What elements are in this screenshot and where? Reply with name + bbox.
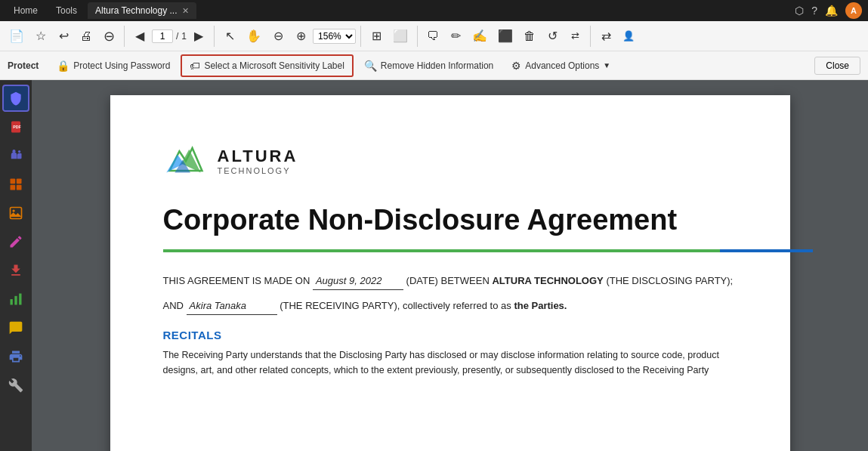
- sidebar-item-edit[interactable]: [2, 228, 29, 255]
- sidebar-item-chart[interactable]: [2, 286, 29, 313]
- new-doc-btn[interactable]: 📄: [5, 23, 29, 49]
- sidebar-item-tools[interactable]: [2, 372, 29, 399]
- svg-point-2: [18, 150, 20, 153]
- sidebar-item-comment[interactable]: [2, 314, 29, 341]
- protect-label: Protect: [8, 60, 39, 71]
- tab-home[interactable]: Home: [6, 2, 45, 19]
- agreement-date-label: (DATE) BETWEEN: [406, 275, 490, 286]
- remove-icon: 🔍: [364, 60, 377, 72]
- zoom-out-btn[interactable]: ⊖: [98, 23, 119, 49]
- share-btn[interactable]: 👤: [618, 23, 639, 49]
- remove-hidden-label: Remove Hidden Information: [381, 60, 493, 71]
- doc-area[interactable]: ALTURA TECHNOLOGY Corporate Non-Disclosu…: [32, 80, 868, 451]
- shield-icon: [8, 91, 23, 106]
- teams-icon: [8, 148, 23, 163]
- company-name: ALTURA: [218, 147, 298, 166]
- zoom-plus-btn[interactable]: ⊕: [290, 23, 311, 49]
- sidebar-item-image[interactable]: [2, 199, 29, 227]
- svg-rect-12: [19, 294, 21, 305]
- tab-tools[interactable]: Tools: [48, 2, 85, 19]
- sidebar-item-teams[interactable]: [2, 142, 29, 169]
- favorite-btn[interactable]: ☆: [30, 23, 51, 49]
- svg-rect-6: [11, 185, 16, 190]
- delete-btn[interactable]: 🗑: [519, 23, 540, 49]
- next-page-btn[interactable]: ▶: [188, 23, 209, 49]
- divider-5: [590, 26, 591, 47]
- help-icon[interactable]: ?: [811, 5, 817, 17]
- print-icon: [8, 349, 23, 364]
- hand-tool-btn[interactable]: ✋: [242, 23, 266, 49]
- logo-area: ALTURA TECHNOLOGY: [163, 141, 737, 181]
- image-icon: [8, 205, 23, 221]
- svg-point-9: [12, 209, 14, 212]
- share-icon[interactable]: ⬡: [795, 5, 804, 17]
- tab-document[interactable]: Altura Technology ... ✕: [88, 2, 196, 19]
- chevron-down-icon: ▼: [603, 61, 610, 70]
- advanced-icon: ⚙: [511, 60, 521, 72]
- green-line: [163, 249, 720, 252]
- svg-text:PDF: PDF: [13, 125, 21, 129]
- divider-2: [214, 26, 215, 47]
- agreement-receiving: (THE RECEIVING PARTY), collectively refe…: [280, 300, 567, 311]
- print-btn[interactable]: 🖨: [76, 23, 97, 49]
- sensitivity-icon: 🏷: [190, 60, 200, 72]
- sidebar-item-layout[interactable]: [2, 171, 29, 198]
- back-btn[interactable]: ↩: [53, 23, 74, 49]
- sidebar-item-export[interactable]: [2, 257, 29, 284]
- remove-hidden-btn[interactable]: 🔍 Remove Hidden Information: [357, 56, 501, 76]
- wrench-icon: [8, 378, 23, 393]
- sidebar-item-print[interactable]: [2, 343, 29, 370]
- undo-btn[interactable]: ↺: [542, 23, 563, 49]
- zoom-minus-btn[interactable]: ⊖: [267, 23, 289, 49]
- layout-icon: [8, 177, 23, 192]
- agreement-disclosing: (THE DISCLOSING PARTY);: [606, 275, 733, 286]
- divider-3: [360, 26, 361, 47]
- protect-password-btn[interactable]: 🔒 Protect Using Password: [49, 56, 178, 76]
- sidebar-item-pdf[interactable]: PDF: [2, 113, 29, 141]
- zoom-select[interactable]: 156% 100% 75% 50%: [313, 29, 356, 44]
- stamp-btn[interactable]: ⬛: [493, 23, 517, 49]
- adjust-btn[interactable]: ⊞: [366, 23, 387, 49]
- prev-page-btn[interactable]: ◀: [129, 23, 150, 49]
- draw-btn[interactable]: ✏: [445, 23, 466, 49]
- title-bar: Home Tools Altura Technology ... ✕ ⬡ ? 🔔…: [0, 0, 868, 21]
- main-area: PDF: [0, 80, 868, 451]
- company-subtitle: TECHNOLOGY: [218, 166, 298, 175]
- doc-page: ALTURA TECHNOLOGY Corporate Non-Disclosu…: [110, 95, 790, 451]
- export-icon: [8, 263, 23, 278]
- password-icon: 🔒: [57, 60, 70, 72]
- page-nav: / 1: [152, 29, 187, 43]
- tab-doc-label: Altura Technology ...: [95, 5, 178, 16]
- select-tool-btn[interactable]: ↖: [219, 23, 240, 49]
- svg-rect-8: [11, 208, 22, 219]
- sign-btn[interactable]: ✍: [468, 23, 492, 49]
- svg-rect-11: [14, 296, 17, 305]
- svg-rect-7: [17, 185, 22, 190]
- agreement-date-field: August 9, 2022: [313, 273, 403, 290]
- sensitivity-label-btn[interactable]: 🏷 Select a Microsoft Sensitivity Label: [181, 54, 353, 77]
- pdf-icon: PDF: [9, 120, 23, 134]
- advanced-options-btn[interactable]: ⚙ Advanced Options ▼: [504, 56, 618, 76]
- tab-close-icon[interactable]: ✕: [182, 6, 189, 16]
- page-input[interactable]: [152, 29, 173, 43]
- protect-bar: Protect 🔒 Protect Using Password 🏷 Selec…: [0, 51, 868, 80]
- compare-btn[interactable]: ⇄: [564, 23, 585, 49]
- sidebar-item-protect[interactable]: [2, 85, 29, 112]
- sidebar: PDF: [0, 80, 32, 451]
- agreement-text-2: AND Akira Tanaka (THE RECEIVING PARTY), …: [163, 298, 737, 315]
- avatar[interactable]: A: [845, 2, 862, 19]
- page-total: 1: [181, 31, 187, 42]
- close-protect-btn[interactable]: Close: [814, 57, 860, 75]
- divider-1: [124, 26, 125, 47]
- comment-btn[interactable]: 🗨: [422, 23, 443, 49]
- agreement-and: AND: [163, 300, 184, 311]
- svg-rect-5: [17, 179, 22, 184]
- bell-icon[interactable]: 🔔: [825, 5, 838, 17]
- title-bar-right: ⬡ ? 🔔 A: [795, 2, 862, 19]
- edit-icon: [8, 234, 23, 249]
- agreement-text-1: THIS AGREEMENT IS MADE ON August 9, 2022…: [163, 273, 737, 290]
- find-btn[interactable]: ⇄: [595, 23, 616, 49]
- crop-btn[interactable]: ⬜: [388, 23, 412, 49]
- page-sep: /: [176, 31, 178, 42]
- company-logo: [163, 141, 209, 181]
